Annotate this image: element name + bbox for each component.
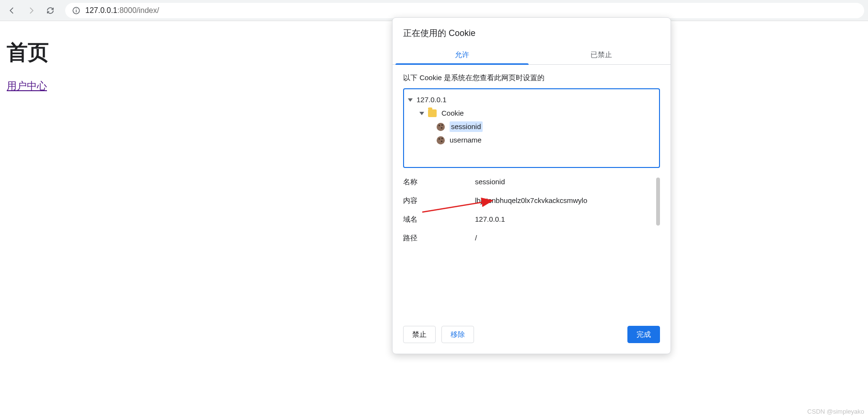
- tree-folder-row[interactable]: Cookie: [407, 107, 656, 120]
- detail-path-value: /: [475, 234, 651, 243]
- detail-content-label: 内容: [403, 196, 475, 205]
- reload-button[interactable]: [42, 2, 58, 19]
- tree-cookie-label: username: [450, 135, 482, 145]
- url-text: 127.0.0.1:8000/index/: [85, 6, 159, 15]
- tree-cookie-label: sessionid: [450, 121, 483, 132]
- tree-cookie-sessionid[interactable]: sessionid: [407, 120, 656, 133]
- detail-content-value: lbjgtcnbhuqelz0lx7ckvkackcsmwylo: [475, 196, 651, 205]
- svg-point-2: [76, 8, 77, 9]
- user-center-link[interactable]: 用户中心: [7, 80, 47, 91]
- remove-button[interactable]: 移除: [441, 326, 474, 343]
- arrow-right-icon: [27, 6, 35, 15]
- tree-folder-label: Cookie: [441, 108, 464, 119]
- address-bar[interactable]: 127.0.0.1:8000/index/: [65, 3, 864, 18]
- cookie-detail-panel: 名称 sessionid 内容 lbjgtcnbhuqelz0lx7ckvkac…: [403, 178, 660, 243]
- tree-host-label: 127.0.0.1: [417, 95, 447, 105]
- site-info-icon[interactable]: [72, 6, 81, 15]
- watermark: CSDN @simpleyako: [807, 408, 864, 415]
- scrollbar-thumb[interactable]: [656, 178, 660, 226]
- detail-domain-value: 127.0.0.1: [475, 215, 651, 224]
- detail-domain-label: 域名: [403, 215, 475, 224]
- arrow-left-icon: [8, 6, 16, 15]
- cookie-icon: [437, 136, 445, 144]
- back-button[interactable]: [4, 2, 20, 19]
- done-button[interactable]: 完成: [627, 326, 660, 343]
- block-button[interactable]: 禁止: [403, 326, 436, 343]
- detail-name-label: 名称: [403, 178, 475, 187]
- tree-cookie-username[interactable]: username: [407, 133, 656, 147]
- chevron-down-icon: [419, 112, 424, 115]
- url-host: 127.0.0.1: [85, 6, 117, 14]
- folder-icon: [428, 109, 437, 117]
- tree-host-row[interactable]: 127.0.0.1: [407, 93, 656, 107]
- cookie-tree[interactable]: 127.0.0.1 Cookie sessionid username: [403, 88, 660, 168]
- dialog-footer: 禁止 移除 完成: [393, 317, 671, 354]
- detail-name-value: sessionid: [475, 178, 651, 187]
- dialog-subtitle: 以下 Cookie 是系统在您查看此网页时设置的: [393, 65, 671, 88]
- tab-block[interactable]: 已禁止: [532, 46, 671, 64]
- tab-allow[interactable]: 允许: [393, 46, 532, 64]
- detail-path-label: 路径: [403, 234, 475, 243]
- dialog-title: 正在使用的 Cookie: [393, 18, 671, 46]
- cookie-dialog: 正在使用的 Cookie 允许 已禁止 以下 Cookie 是系统在您查看此网页…: [392, 17, 671, 354]
- cookie-icon: [437, 123, 445, 131]
- chevron-down-icon: [408, 98, 413, 102]
- forward-button[interactable]: [23, 2, 39, 19]
- url-path: :8000/index/: [117, 6, 159, 14]
- reload-icon: [46, 6, 55, 15]
- dialog-tabs: 允许 已禁止: [393, 46, 671, 65]
